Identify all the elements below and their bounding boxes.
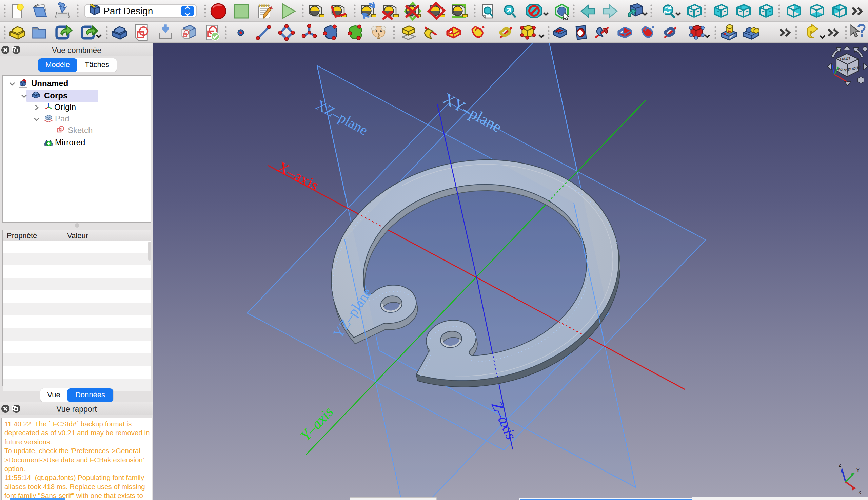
svg-text:Y: Y — [856, 467, 859, 473]
svg-text:Part Design: Part Design — [103, 6, 153, 16]
svg-text:X: X — [858, 490, 861, 495]
svg-text:Z: Z — [838, 463, 841, 468]
